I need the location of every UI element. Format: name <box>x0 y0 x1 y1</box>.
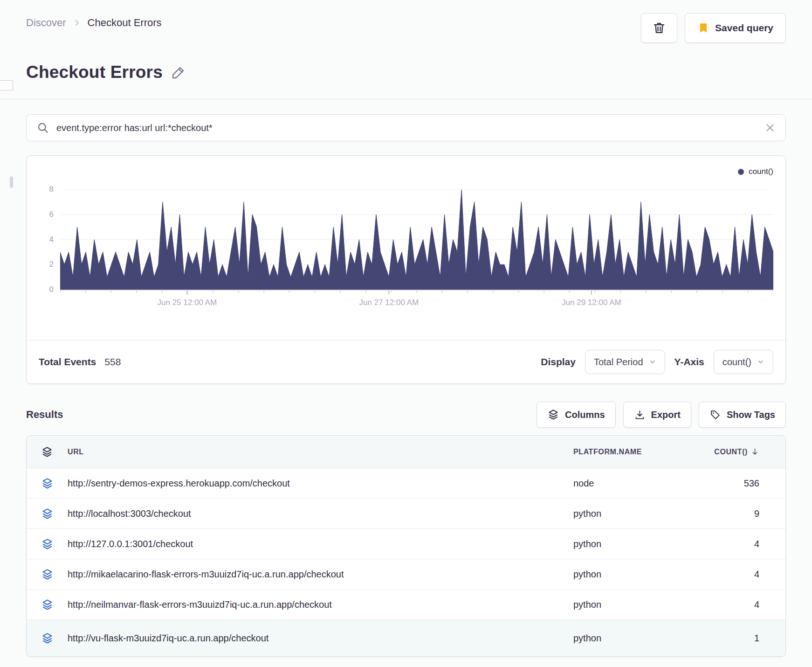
yaxis-label: Y-Axis <box>674 356 704 368</box>
y-tick-label: 4 <box>49 235 54 244</box>
url-cell[interactable]: http://localhost:3003/checkout <box>68 508 573 519</box>
platform-cell: python <box>573 539 718 549</box>
bookmark-icon <box>697 22 709 34</box>
results-table-body: http://sentry-demos-express.herokuapp.co… <box>27 468 785 656</box>
y-tick-label: 8 <box>49 185 54 194</box>
url-cell[interactable]: http://127.0.0.1:3001/checkout <box>68 539 573 549</box>
display-dropdown-value: Total Period <box>594 357 643 368</box>
table-row[interactable]: http://neilmanvar-flask-errors-m3uuizd7i… <box>27 590 785 620</box>
column-header-count[interactable]: COUNT() <box>718 447 785 456</box>
columns-button[interactable]: Columns <box>537 402 616 428</box>
layers-icon <box>547 409 559 421</box>
results-table: URL PLATFORM.NAME COUNT() http://sentry-… <box>26 435 786 657</box>
breadcrumb: Discover Checkout Errors <box>26 13 162 29</box>
page-title-row: Checkout Errors <box>26 63 786 82</box>
yaxis-dropdown[interactable]: count() <box>714 350 773 374</box>
total-events-value: 558 <box>104 356 121 368</box>
yaxis-dropdown-value: count() <box>723 357 751 368</box>
y-axis-labels: 02468 <box>39 189 60 291</box>
display-label: Display <box>541 356 576 368</box>
results-header: Results Columns Export Show Tags <box>26 402 786 428</box>
drilldown-layers-icon[interactable] <box>27 598 68 611</box>
results-table-header: URL PLATFORM.NAME COUNT() <box>27 436 785 468</box>
saved-query-label: Saved query <box>715 22 773 34</box>
delete-query-button[interactable] <box>641 13 677 43</box>
count-cell: 4 <box>718 599 785 610</box>
export-button[interactable]: Export <box>623 402 691 428</box>
header-divider <box>0 99 812 99</box>
scrollbar-pip[interactable] <box>10 176 13 188</box>
show-tags-button[interactable]: Show Tags <box>699 402 786 428</box>
url-cell[interactable]: http://sentry-demos-express.herokuapp.co… <box>68 478 573 489</box>
sort-descending-arrow-icon <box>750 447 759 456</box>
count-cell: 9 <box>718 508 785 519</box>
url-cell[interactable]: http://neilmanvar-flask-errors-m3uuizd7i… <box>68 599 573 610</box>
x-tick-label: Jun 29 12:00 AM <box>562 298 621 307</box>
search-input[interactable] <box>56 123 757 133</box>
chart-legend[interactable]: count() <box>39 166 773 177</box>
table-row[interactable]: http://sentry-demos-express.herokuapp.co… <box>27 468 785 499</box>
total-events-label: Total Events <box>39 356 96 368</box>
page-title: Checkout Errors <box>26 63 163 82</box>
chart-plot-area[interactable] <box>60 189 773 291</box>
y-tick-label: 2 <box>49 260 54 269</box>
events-chart-panel: count() 02468 Jun 25 12:00 AMJun 27 12:0… <box>26 155 786 384</box>
edit-title-pencil-icon[interactable] <box>171 65 186 80</box>
chevron-down-icon <box>649 358 656 366</box>
count-cell: 4 <box>718 569 785 580</box>
drilldown-layers-icon[interactable] <box>27 507 68 520</box>
url-cell[interactable]: http://vu-flask-m3uuizd7iq-uc.a.run.app/… <box>68 633 573 644</box>
chevron-down-icon <box>757 358 764 366</box>
count-cell: 536 <box>718 478 785 489</box>
count-cell: 1 <box>718 633 785 644</box>
header-actions: Saved query <box>641 13 786 43</box>
table-row[interactable]: http://mikaelacarino-flask-errors-m3uuiz… <box>27 559 785 590</box>
platform-cell: python <box>573 599 718 610</box>
columns-button-label: Columns <box>565 410 605 420</box>
page-header: Discover Checkout Errors Saved query <box>26 0 786 43</box>
x-tick-label: Jun 27 12:00 AM <box>359 298 419 307</box>
saved-query-button[interactable]: Saved query <box>685 13 786 43</box>
y-tick-label: 6 <box>49 210 54 219</box>
platform-cell: python <box>573 569 718 580</box>
legend-series-label: count() <box>749 167 773 176</box>
x-axis: Jun 25 12:00 AMJun 27 12:00 AMJun 29 12:… <box>60 291 773 314</box>
table-row[interactable]: http://localhost:3003/checkout python 9 <box>27 499 785 529</box>
total-events: Total Events 558 <box>39 356 121 368</box>
count-cell: 4 <box>718 539 785 549</box>
x-axis-ticks <box>60 291 773 295</box>
column-header-platform[interactable]: PLATFORM.NAME <box>573 448 718 456</box>
trash-icon <box>652 21 666 35</box>
breadcrumb-current: Checkout Errors <box>88 17 162 29</box>
export-button-label: Export <box>651 410 681 420</box>
show-tags-button-label: Show Tags <box>727 410 775 420</box>
search-bar[interactable] <box>26 114 786 141</box>
y-tick-label: 0 <box>49 285 54 294</box>
platform-cell: python <box>573 508 718 519</box>
legend-series-dot <box>738 169 744 175</box>
drilldown-layers-icon[interactable] <box>27 632 68 645</box>
drilldown-layers-icon[interactable] <box>27 568 68 581</box>
download-icon <box>634 409 646 421</box>
table-row[interactable]: http://vu-flask-m3uuizd7iq-uc.a.run.app/… <box>27 620 785 656</box>
clear-search-icon[interactable] <box>765 123 775 133</box>
display-dropdown[interactable]: Total Period <box>585 350 665 374</box>
results-heading: Results <box>26 409 63 421</box>
chevron-right-icon <box>73 19 81 27</box>
drilldown-layers-icon[interactable] <box>27 538 68 550</box>
platform-cell: node <box>573 478 718 489</box>
url-cell[interactable]: http://mikaelacarino-flask-errors-m3uuiz… <box>68 569 573 580</box>
x-tick-label: Jun 25 12:00 AM <box>158 298 217 307</box>
breadcrumb-discover-link[interactable]: Discover <box>26 17 66 29</box>
tag-icon <box>709 409 721 421</box>
column-header-url[interactable]: URL <box>68 448 573 456</box>
drilldown-layers-icon[interactable] <box>27 477 68 490</box>
platform-cell: python <box>573 633 718 644</box>
table-row[interactable]: http://127.0.0.1:3001/checkout python 4 <box>27 529 785 559</box>
row-settings-layers-icon[interactable] <box>27 446 68 458</box>
search-icon <box>37 122 49 134</box>
chart-footer: Total Events 558 Display Total Period Y-… <box>27 340 785 383</box>
sidebar-drawer-handle[interactable] <box>0 80 13 90</box>
